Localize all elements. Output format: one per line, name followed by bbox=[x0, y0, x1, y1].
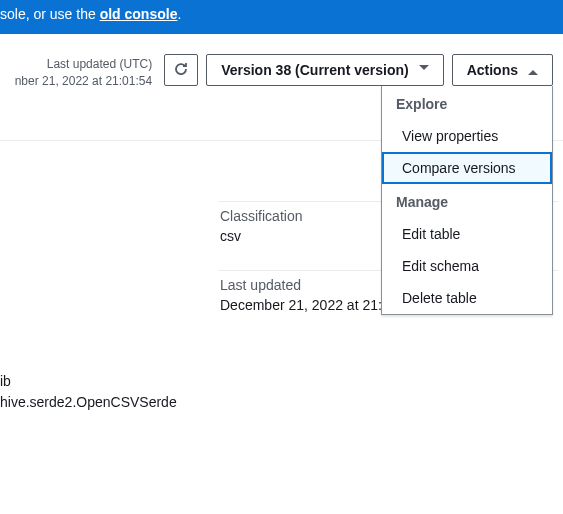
last-updated-block: Last updated (UTC) nber 21, 2022 at 21:0… bbox=[15, 56, 152, 90]
dropdown-item-edit-table[interactable]: Edit table bbox=[382, 218, 552, 250]
dropdown-item-delete-table[interactable]: Delete table bbox=[382, 282, 552, 314]
caret-up-icon bbox=[528, 65, 538, 75]
refresh-icon bbox=[173, 61, 189, 80]
serde-line1: ib bbox=[0, 371, 563, 392]
dropdown-section-explore: Explore bbox=[382, 86, 552, 120]
last-updated-label: Last updated (UTC) bbox=[15, 56, 152, 73]
actions-dropdown-button[interactable]: Actions bbox=[452, 54, 553, 86]
actions-label: Actions bbox=[467, 62, 518, 78]
dropdown-item-compare-versions[interactable]: Compare versions bbox=[382, 152, 552, 184]
serde-line2: hive.serde2.OpenCSVSerde bbox=[0, 392, 563, 413]
dropdown-item-view-properties[interactable]: View properties bbox=[382, 120, 552, 152]
old-console-link[interactable]: old console bbox=[100, 6, 178, 22]
version-dropdown-button[interactable]: Version 38 (Current version) bbox=[206, 54, 444, 86]
banner-text: sole, or use the bbox=[0, 6, 100, 22]
banner-suffix: . bbox=[177, 6, 181, 22]
version-label: Version 38 (Current version) bbox=[221, 62, 409, 78]
caret-down-icon bbox=[419, 65, 429, 75]
serde-block: ib hive.serde2.OpenCSVSerde bbox=[0, 339, 563, 413]
refresh-button[interactable] bbox=[164, 54, 198, 86]
toolbar: Last updated (UTC) nber 21, 2022 at 21:0… bbox=[0, 34, 563, 100]
notification-banner: sole, or use the old console. bbox=[0, 0, 563, 34]
actions-dropdown: Explore View properties Compare versions… bbox=[381, 86, 553, 315]
dropdown-item-edit-schema[interactable]: Edit schema bbox=[382, 250, 552, 282]
last-updated-value: nber 21, 2022 at 21:01:54 bbox=[15, 73, 152, 90]
dropdown-section-manage: Manage bbox=[382, 184, 552, 218]
